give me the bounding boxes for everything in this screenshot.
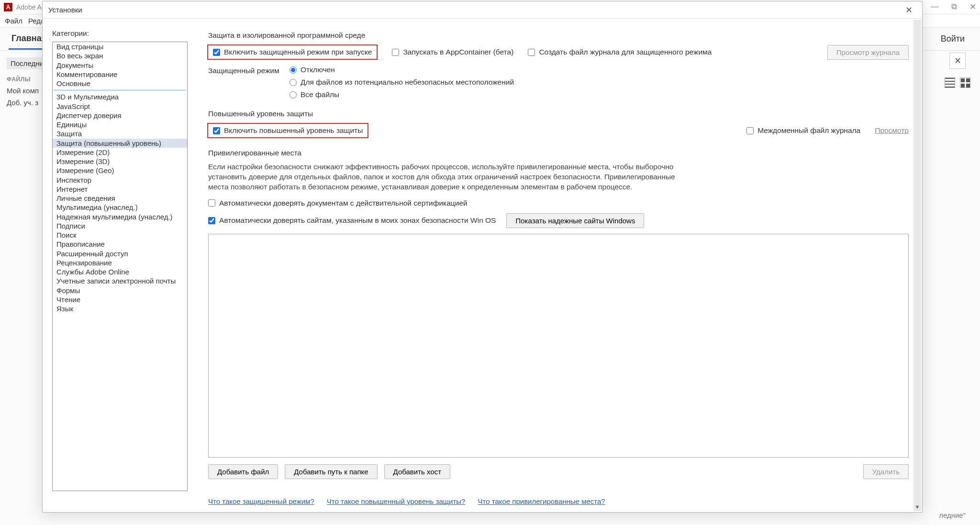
trust-cert-input[interactable] xyxy=(208,199,215,207)
radio-unsafe[interactable]: Для файлов из потенциально небезопасных … xyxy=(290,78,514,87)
crossdomain-label: Междоменный файл журнала xyxy=(757,126,860,135)
panel-close-icon[interactable]: ✕ xyxy=(949,53,966,69)
enable-enhanced-checkbox[interactable]: Включить повышенный уровень защиты xyxy=(213,126,363,135)
category-item[interactable]: Диспетчер доверия xyxy=(53,111,187,120)
window-close-icon[interactable]: ✕ xyxy=(969,2,976,12)
bg-right-panel: ✕ xyxy=(945,53,970,88)
preferences-dialog: Установки ✕ ▲ ▼ Категории: Вид страницыВ… xyxy=(42,1,923,513)
add-file-button[interactable]: Добавить файл xyxy=(208,464,278,479)
radio-all[interactable]: Все файлы xyxy=(290,90,514,99)
category-item[interactable]: Защита (повышенный уровень) xyxy=(53,139,187,148)
trust-winos-input[interactable] xyxy=(208,217,215,224)
enable-protected-input[interactable] xyxy=(213,49,220,56)
scroll-down-icon[interactable]: ▼ xyxy=(913,503,922,511)
create-log-checkbox[interactable]: Создать файл журнала для защищенного реж… xyxy=(528,48,712,56)
appcontainer-checkbox[interactable]: Запускать в AppContainer (бета) xyxy=(392,48,513,56)
signin-button[interactable]: Войти xyxy=(934,31,971,47)
grid-view-icon[interactable] xyxy=(960,77,970,88)
dialog-scrollbar[interactable]: ▲ ▼ xyxy=(913,20,922,511)
create-log-label: Создать файл журнала для защищенного реж… xyxy=(539,48,712,56)
category-item[interactable]: Формы xyxy=(53,286,187,295)
add-folder-button[interactable]: Добавить путь к папке xyxy=(285,464,377,479)
view-crossdomain-link[interactable]: Просмотр xyxy=(875,126,909,135)
radio-unsafe-label: Для файлов из потенциально небезопасных … xyxy=(301,78,514,87)
recent-label[interactable]: Последни xyxy=(7,57,46,69)
category-item[interactable]: Надежная мультимедиа (унаслед.) xyxy=(53,212,187,221)
trust-winos-checkbox[interactable]: Автоматически доверять сайтам, указанным… xyxy=(208,216,496,225)
category-item[interactable]: Мультимедиа (унаслед.) xyxy=(53,203,187,212)
category-item[interactable]: Инспектор xyxy=(53,175,187,185)
categories-panel: Категории: Вид страницыВо весь экранДоку… xyxy=(43,19,195,512)
link-protected-mode[interactable]: Что такое защищенный режим? xyxy=(208,497,314,505)
add-host-button[interactable]: Добавить хост xyxy=(384,464,451,479)
window-minimize-icon[interactable]: — xyxy=(931,2,939,12)
category-item[interactable]: JavaScript xyxy=(53,102,187,111)
category-item[interactable]: Защита xyxy=(53,129,187,138)
add-account-item[interactable]: Доб. уч. з xyxy=(7,98,46,107)
trusted-locations-listbox[interactable] xyxy=(208,234,909,458)
category-item[interactable]: Комментирование xyxy=(53,70,187,79)
radio-all-input[interactable] xyxy=(290,91,297,98)
sandbox-group-title: Защита в изолированной программной среде xyxy=(208,31,909,40)
category-item[interactable]: Вид страницы xyxy=(53,42,187,51)
enable-enhanced-label: Включить повышенный уровень защиты xyxy=(224,126,363,135)
enable-enhanced-input[interactable] xyxy=(213,127,220,134)
category-item[interactable]: Единицы xyxy=(53,120,187,129)
bg-truncated-text: ледние" xyxy=(939,511,966,519)
category-item[interactable]: Учетные записи электронной почты xyxy=(53,276,187,285)
category-item[interactable]: Чтение xyxy=(53,295,187,304)
category-item[interactable]: Поиск xyxy=(53,230,187,240)
category-item[interactable]: Интернет xyxy=(53,185,187,194)
category-item[interactable]: Расширенный доступ xyxy=(53,249,187,258)
link-enhanced-security[interactable]: Что такое повышенный уровень защиты? xyxy=(327,497,466,505)
trust-cert-checkbox[interactable]: Автоматически доверять документам с дейс… xyxy=(208,199,909,208)
view-log-button[interactable]: Просмотр журнала xyxy=(827,45,909,60)
category-item[interactable]: Измерение (3D) xyxy=(53,157,187,166)
radio-off-label: Отключен xyxy=(301,66,335,74)
categories-listbox[interactable]: Вид страницыВо весь экранДокументыКоммен… xyxy=(52,42,188,491)
enable-protected-checkbox[interactable]: Включить защищенный режим при запуске xyxy=(213,48,372,56)
category-item[interactable]: Язык xyxy=(53,304,187,313)
dialog-close-icon[interactable]: ✕ xyxy=(902,3,916,17)
category-item[interactable]: Правописание xyxy=(53,240,187,249)
enhanced-group-title: Повышенный уровень защиты xyxy=(208,109,909,118)
files-section-label: ФАЙЛЫ xyxy=(7,76,46,83)
trust-cert-label: Автоматически доверять документам с дейс… xyxy=(219,199,468,208)
list-view-icon[interactable] xyxy=(945,77,955,88)
category-item[interactable]: Документы xyxy=(53,61,187,70)
radio-off-input[interactable] xyxy=(290,66,297,74)
delete-button[interactable]: Удалить xyxy=(863,464,909,479)
trust-winos-label: Автоматически доверять сайтам, указанным… xyxy=(219,216,496,225)
radio-off[interactable]: Отключен xyxy=(290,66,514,74)
settings-panel: Защита в изолированной программной среде… xyxy=(195,19,922,512)
scroll-thumb[interactable] xyxy=(914,20,921,511)
acrobat-logo-icon: A xyxy=(4,3,12,11)
crossdomain-input[interactable] xyxy=(746,127,754,134)
category-item[interactable]: Основные xyxy=(53,79,187,88)
category-item[interactable]: Подписи xyxy=(53,221,187,230)
appcontainer-label: Запускать в AppContainer (бета) xyxy=(403,48,513,56)
create-log-input[interactable] xyxy=(528,49,535,56)
category-item[interactable]: Рецензирование xyxy=(53,258,187,267)
category-separator xyxy=(54,90,186,90)
category-item[interactable]: Измерение (2D) xyxy=(53,148,187,157)
dialog-titlebar: Установки ✕ xyxy=(43,1,922,19)
link-privileged-locations[interactable]: Что такое привилегированные места? xyxy=(478,497,605,505)
priv-description: Если настройки безопасности снижают эффе… xyxy=(208,162,687,192)
window-maximize-icon[interactable]: ⧉ xyxy=(951,2,957,12)
highlight-enhanced: Включить повышенный уровень защиты xyxy=(207,123,368,138)
appcontainer-input[interactable] xyxy=(392,49,399,56)
show-windows-sites-button[interactable]: Показать надежные сайты Windows xyxy=(506,213,644,228)
category-item[interactable]: Измерение (Geo) xyxy=(53,166,187,175)
menu-file[interactable]: Файл xyxy=(5,17,22,25)
category-item[interactable]: Службы Adobe Online xyxy=(53,267,187,276)
mycomputer-item[interactable]: Мой комп xyxy=(7,87,46,95)
category-item[interactable]: Личные сведения xyxy=(53,194,187,203)
footer-links: Что такое защищенный режим? Что такое по… xyxy=(208,497,909,505)
crossdomain-checkbox[interactable]: Междоменный файл журнала xyxy=(746,126,860,135)
radio-all-label: Все файлы xyxy=(301,90,339,99)
category-item[interactable]: 3D и Мультимедиа xyxy=(53,92,187,101)
categories-label: Категории: xyxy=(52,29,188,38)
radio-unsafe-input[interactable] xyxy=(290,79,297,86)
category-item[interactable]: Во весь экран xyxy=(53,51,187,60)
